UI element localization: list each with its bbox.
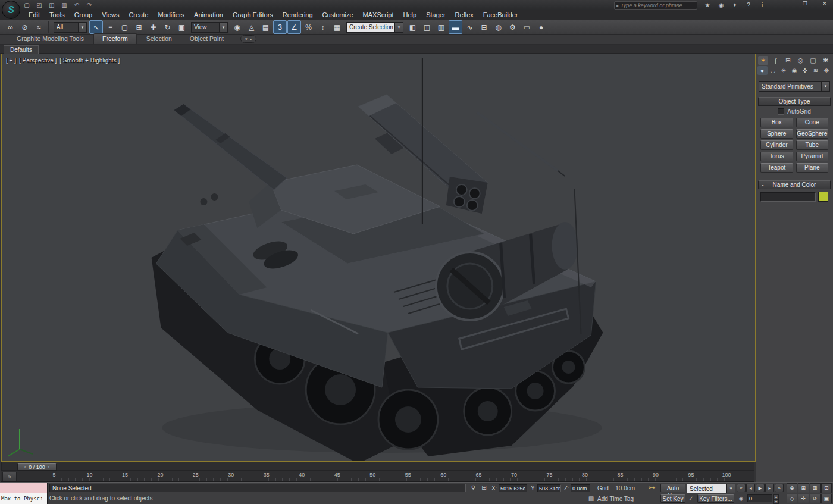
angle-snap-toggle-icon[interactable]: ∠ [287, 20, 301, 34]
menubar-item[interactable]: Tools [45, 10, 70, 20]
object-type-button[interactable]: Plane [796, 163, 829, 173]
perspective-viewport[interactable]: [ + ][ Perspective ][ Smooth + Highlight… [1, 54, 756, 462]
spinner-snap-toggle-icon[interactable]: ↕ [316, 20, 330, 34]
select-and-move-icon[interactable]: ✚ [146, 20, 160, 34]
project-folder-icon[interactable]: ▥ [60, 1, 68, 9]
render-setup-icon[interactable]: ⚙ [506, 20, 519, 34]
pan-icon[interactable]: ✛ [798, 494, 809, 504]
material-editor-icon[interactable]: ◍ [491, 20, 505, 34]
snaps-toggle-icon[interactable]: 3 [273, 20, 287, 34]
tab-motion-icon[interactable]: ◎ [796, 56, 806, 65]
object-type-button[interactable]: Cylinder [760, 140, 793, 150]
selection-filter-dropdown[interactable]: All ▾ [54, 22, 87, 33]
set-key-button[interactable]: Set Key [660, 494, 685, 503]
menubar-item[interactable]: Views [97, 10, 124, 20]
category-space-warps-icon[interactable]: ≋ [811, 66, 821, 75]
layer-manager-icon[interactable]: ▥ [434, 20, 448, 34]
y-coordinate-field[interactable]: 503.31cm [537, 484, 561, 492]
time-slider-handle[interactable]: ‹ 0 / 100 › [17, 463, 57, 471]
category-systems-icon[interactable]: ❋ [822, 66, 832, 75]
set-key-mode-icon[interactable]: ⊶ [647, 483, 656, 492]
tab-utilities-icon[interactable]: ✱ [821, 56, 831, 65]
redo-icon[interactable]: ↷ [85, 1, 93, 9]
previous-frame-arrow-icon[interactable]: ‹ [24, 464, 26, 469]
z-coordinate-field[interactable]: 0.0cm [571, 484, 590, 492]
align-icon[interactable]: ◫ [420, 20, 434, 34]
selection-lock-toggle[interactable]: ⚲ [469, 484, 478, 492]
save-file-icon[interactable]: ◫ [48, 1, 56, 9]
autogrid-checkbox[interactable] [778, 108, 784, 115]
favorites-star-icon[interactable]: ★ [703, 1, 712, 9]
primitives-dropdown[interactable]: Standard Primitives ▾ [759, 81, 830, 92]
keyboard-shortcut-override-icon[interactable]: ▤ [259, 20, 273, 34]
ribbon-tab[interactable]: Freeform [93, 33, 137, 44]
menubar-item[interactable]: Help [399, 10, 422, 20]
object-type-button[interactable]: Torus [760, 152, 793, 161]
named-selection-sets-icon[interactable]: ▦ [330, 20, 344, 34]
play-button[interactable]: ▶ [756, 484, 765, 492]
menubar-item[interactable]: Group [70, 10, 98, 20]
tab-defaults[interactable]: Defaults [4, 45, 39, 54]
object-type-button[interactable]: Teapot [760, 163, 793, 173]
select-object-icon[interactable]: ↖ [89, 20, 103, 34]
spinner-up-icon[interactable]: ▴ [774, 494, 779, 499]
object-type-rollout-header[interactable]: - Object Type [758, 97, 831, 106]
schematic-view-icon[interactable]: ⊟ [477, 20, 491, 34]
new-scene-icon[interactable]: ▢ [23, 1, 31, 9]
menubar-item[interactable]: Graph Editors [228, 10, 278, 20]
object-type-button[interactable]: GeoSphere [796, 129, 829, 139]
category-helpers-icon[interactable]: ✜ [800, 66, 810, 75]
undo-icon[interactable]: ↶ [73, 1, 81, 9]
menubar-item[interactable]: Modifiers [153, 10, 189, 20]
named-selection-set-dropdown[interactable]: Create Selection Se ▾ [346, 22, 403, 33]
menubar-item[interactable]: Rendering [278, 10, 318, 20]
spinner-down-icon[interactable]: ▾ [774, 499, 779, 504]
object-type-button[interactable]: Pyramid [796, 152, 829, 161]
open-mini-curve-editor-button[interactable]: ≈ [2, 472, 17, 481]
unlink-selection-icon[interactable]: ⊘ [18, 20, 32, 34]
tab-modify-icon[interactable]: ʃ [771, 56, 781, 65]
object-color-swatch[interactable] [818, 192, 828, 202]
maximize-viewport-icon[interactable]: ▣ [821, 494, 832, 504]
category-geometry-icon[interactable]: ● [757, 66, 768, 75]
ribbon-options-icon[interactable]: • [250, 37, 252, 41]
menubar-item[interactable]: FaceBuilder [478, 10, 523, 20]
collapse-icon[interactable]: - [759, 181, 767, 188]
render-production-icon[interactable]: ● [534, 20, 548, 34]
maximize-button[interactable]: ❐ [800, 1, 810, 7]
select-and-manipulate-icon[interactable]: ◬ [245, 20, 258, 34]
viewport-menu[interactable]: [ Perspective ] [19, 57, 57, 64]
object-name-input[interactable] [760, 192, 816, 202]
tab-display-icon[interactable]: ▢ [808, 56, 818, 65]
minimize-button[interactable]: — [781, 1, 790, 7]
zoom-region-icon[interactable]: ◇ [787, 494, 797, 504]
ribbon-minimize-toggle[interactable]: ▾• [240, 35, 256, 43]
graphite-ribbon-toggle-icon[interactable]: ▬ [449, 20, 462, 34]
category-cameras-icon[interactable]: ◉ [790, 66, 800, 75]
window-crossing-toggle-icon[interactable]: ⊞ [132, 20, 146, 34]
tab-create-icon[interactable]: ✶ [758, 56, 768, 65]
curve-editor-icon[interactable]: ∿ [463, 20, 477, 34]
object-type-button[interactable]: Sphere [760, 129, 793, 139]
rendered-frame-window-icon[interactable]: ▭ [520, 20, 534, 34]
ribbon-tab[interactable]: Selection [138, 34, 180, 44]
select-and-link-icon[interactable]: ∞ [4, 20, 17, 34]
ribbon-minimize-icon[interactable]: ▾ [245, 37, 248, 42]
name-color-rollout-header[interactable]: - Name and Color [758, 180, 831, 189]
ribbon-tab[interactable]: Object Paint [181, 34, 232, 44]
maxscript-mini-listener[interactable]: Max to Physc: [0, 483, 48, 504]
open-file-icon[interactable]: ◰ [35, 1, 43, 9]
close-button[interactable]: ✕ [820, 1, 829, 7]
3ds-max-logo[interactable]: S [2, 1, 20, 19]
select-by-name-icon[interactable]: ≡ [104, 20, 117, 34]
chevron-down-icon[interactable]: ▾ [219, 23, 227, 32]
select-and-rotate-icon[interactable]: ↻ [161, 20, 174, 34]
mirror-icon[interactable]: ◧ [406, 20, 419, 34]
object-type-button[interactable]: Cone [796, 118, 829, 127]
macro-recorder-pane[interactable] [0, 483, 47, 493]
collapse-icon[interactable]: - [759, 98, 767, 105]
reference-coordinate-dropdown[interactable]: View ▾ [191, 22, 228, 33]
menubar-item[interactable]: Stager [421, 10, 450, 20]
sign-in-icon[interactable]: ✦ [731, 1, 739, 9]
zoom-extents-all-icon[interactable]: ⊡ [821, 483, 832, 493]
